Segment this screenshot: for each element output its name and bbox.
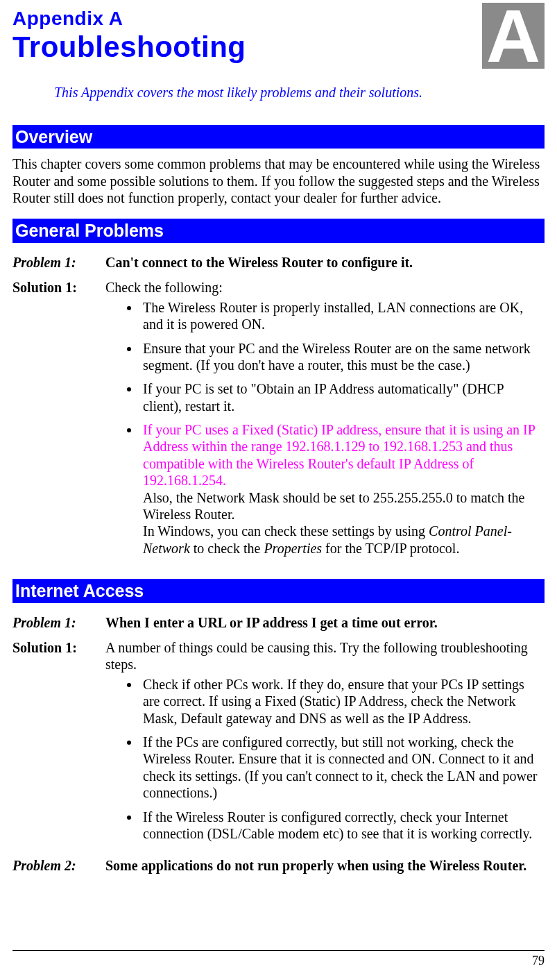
problem-text: Some applications do not run properly wh… — [105, 853, 545, 878]
solution-body: Check the following: The Wireless Router… — [105, 275, 545, 568]
list-item: If your PC uses a Fixed (Static) IP addr… — [140, 421, 540, 557]
solution-label: Solution 1: — [12, 635, 105, 853]
body-text: for the TCP/IP protocol. — [322, 541, 459, 556]
section-heading-overview: Overview — [12, 125, 545, 149]
appendix-letter-icon: A — [482, 3, 545, 69]
solution-intro: Check the following: — [105, 280, 223, 295]
list-item: If the Wireless Router is configured cor… — [140, 809, 540, 843]
solution-intro: A number of things could be causing this… — [105, 640, 528, 672]
list-item: The Wireless Router is properly installe… — [140, 299, 540, 333]
solution-body: A number of things could be causing this… — [105, 635, 545, 853]
list-item: If the PCs are configured correctly, but… — [140, 734, 540, 802]
list-item: If your PC is set to "Obtain an IP Addre… — [140, 380, 540, 414]
appendix-label: Appendix A — [12, 7, 545, 31]
section-heading-internet-access: Internet Access — [12, 579, 545, 603]
body-text: to check the — [190, 541, 264, 556]
problem-label: Problem 1: — [12, 610, 105, 635]
intro-text: This Appendix covers the most likely pro… — [54, 84, 545, 101]
page: Appendix A Troubleshooting A This Append… — [0, 0, 557, 980]
problem-label: Problem 2: — [12, 853, 105, 878]
problem-text: Can't connect to the Wireless Router to … — [105, 250, 545, 275]
section-heading-general-problems: General Problems — [12, 219, 545, 243]
overview-paragraph: This chapter covers some common problems… — [12, 155, 545, 206]
internet-access-table: Problem 1: When I enter a URL or IP addr… — [12, 610, 545, 879]
problem-label: Problem 1: — [12, 250, 105, 275]
problem-text: When I enter a URL or IP address I get a… — [105, 610, 545, 635]
body-text: Also, the Network Mask should be set to … — [143, 490, 525, 522]
page-title: Troubleshooting — [12, 29, 545, 65]
body-text: In Windows, you can check these settings… — [143, 523, 429, 539]
italic-text: Properties — [264, 541, 322, 556]
list-item: Ensure that your PC and the Wireless Rou… — [140, 340, 540, 374]
solution-bullets: Check if other PCs work. If they do, ens… — [105, 676, 540, 843]
solution-label: Solution 1: — [12, 275, 105, 568]
highlighted-text: If your PC uses a Fixed (Static) IP addr… — [143, 422, 535, 488]
page-footer: 79 — [12, 950, 545, 969]
page-number: 79 — [532, 954, 545, 968]
list-item: Check if other PCs work. If they do, ens… — [140, 676, 540, 727]
general-problems-table: Problem 1: Can't connect to the Wireless… — [12, 250, 545, 568]
solution-bullets: The Wireless Router is properly installe… — [105, 299, 540, 557]
page-header: Appendix A Troubleshooting A — [12, 7, 545, 65]
